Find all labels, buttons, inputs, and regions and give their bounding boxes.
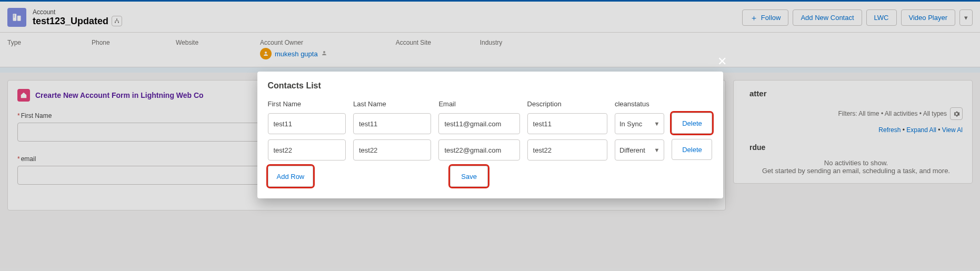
save-button[interactable]: Save: [450, 166, 488, 187]
delete-row0-button[interactable]: Delete: [672, 113, 712, 134]
col-description: Description: [527, 100, 607, 108]
chevron-down-icon: ▼: [654, 147, 659, 153]
email-row0[interactable]: [438, 113, 519, 134]
cleanstatus-row0[interactable]: In Sync▼: [615, 113, 664, 134]
cleanstatus-row1[interactable]: Different▼: [615, 139, 664, 160]
contacts-modal: Contacts List First Name Last Name Email…: [257, 72, 723, 198]
last-name-row1[interactable]: [353, 139, 431, 160]
first-name-row0[interactable]: [268, 113, 346, 134]
add-row-button[interactable]: Add Row: [268, 166, 314, 187]
chevron-down-icon: ▼: [654, 121, 659, 127]
col-last-name: Last Name: [353, 100, 431, 108]
first-name-row1[interactable]: [268, 139, 346, 160]
last-name-row0[interactable]: [353, 113, 431, 134]
modal-overlay: ✕ Contacts List First Name Last Name Ema…: [0, 0, 980, 271]
col-cleanstatus: cleanstatus: [615, 100, 664, 108]
col-email: Email: [438, 100, 519, 108]
col-first-name: First Name: [268, 100, 346, 108]
email-row1[interactable]: [438, 139, 519, 160]
description-row0[interactable]: [527, 113, 607, 134]
description-row1[interactable]: [527, 139, 607, 160]
delete-row1-button[interactable]: Delete: [672, 139, 712, 160]
modal-title: Contacts List: [268, 81, 713, 91]
close-icon[interactable]: ✕: [717, 55, 727, 68]
